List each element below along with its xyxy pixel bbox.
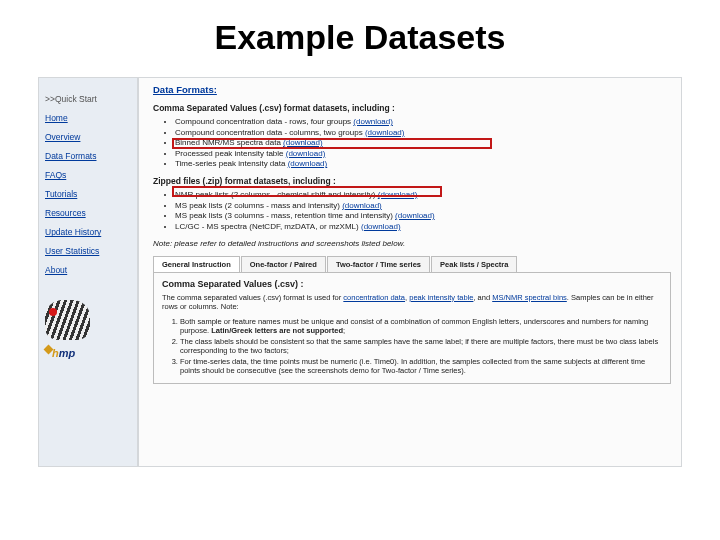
download-link[interactable]: (download)	[353, 117, 393, 126]
list-item: For time-series data, the time points mu…	[180, 357, 662, 375]
download-link[interactable]: (download)	[342, 201, 382, 210]
sidebar-item-tutorials[interactable]: Tutorials	[45, 189, 131, 200]
download-link[interactable]: (download)	[365, 128, 405, 137]
csv-list: Compound concentration data - rows, four…	[175, 117, 671, 168]
sidebar-item-overview[interactable]: Overview	[45, 132, 131, 143]
list-item: Time-series peak intensity data (downloa…	[175, 159, 671, 168]
download-link[interactable]: (download)	[283, 138, 323, 147]
tab-heading: Comma Separated Values (.csv) :	[162, 279, 662, 289]
list-item: Binned NMR/MS spectra data (download)	[175, 138, 671, 147]
list-item: Both sample or feature names must be uni…	[180, 317, 662, 335]
sidebar-item-about[interactable]: About	[45, 265, 131, 276]
zebra-icon	[45, 300, 90, 340]
screenshot-panel: >>Quick Start Home Overview Data Formats…	[0, 77, 720, 467]
sidebar-item-update-history[interactable]: Update History	[45, 227, 131, 238]
list-item: NMR peak lists (2 columns - chemical shi…	[175, 190, 671, 199]
sidebar-item-faqs[interactable]: FAQs	[45, 170, 131, 181]
list-item: Processed peak intensity table (download…	[175, 149, 671, 158]
sidebar: >>Quick Start Home Overview Data Formats…	[38, 77, 138, 467]
content-area: Data Formats: Comma Separated Values (.c…	[138, 77, 682, 467]
csv-intro: Comma Separated Values (.csv) format dat…	[153, 103, 671, 113]
download-link[interactable]: (download)	[286, 149, 326, 158]
list-item: MS peak lists (3 columns - mass, retenti…	[175, 211, 671, 220]
list-item: Compound concentration data - rows, four…	[175, 117, 671, 126]
zip-intro: Zipped files (.zip) format datasets, inc…	[153, 176, 671, 186]
logo-area: hmp	[45, 300, 131, 370]
hmp-logo: hmp	[45, 346, 131, 360]
download-link[interactable]: (download)	[395, 211, 435, 220]
sidebar-item-home[interactable]: Home	[45, 113, 131, 124]
spectral-bins-link[interactable]: MS/NMR spectral bins	[492, 293, 567, 302]
note-text: Note: please refer to detailed instructi…	[153, 239, 671, 248]
concentration-data-link[interactable]: concentration data	[343, 293, 405, 302]
peak-intensity-link[interactable]: peak intensity table	[409, 293, 473, 302]
sidebar-item-user-statistics[interactable]: User Statistics	[45, 246, 131, 257]
download-link[interactable]: (download)	[361, 222, 401, 231]
tab-content: Comma Separated Values (.csv) : The comm…	[153, 272, 671, 384]
tab-one-factor[interactable]: One-factor / Paired	[241, 256, 326, 272]
sidebar-item-resources[interactable]: Resources	[45, 208, 131, 219]
list-item: LC/GC - MS spectra (NetCDF, mzDATA, or m…	[175, 222, 671, 231]
tab-peak-lists[interactable]: Peak lists / Spectra	[431, 256, 517, 272]
data-formats-heading: Data Formats:	[153, 84, 671, 95]
sidebar-quick-start[interactable]: >>Quick Start	[45, 94, 131, 105]
download-link[interactable]: (download)	[288, 159, 328, 168]
list-item: The class labels should be consistent so…	[180, 337, 662, 355]
download-link[interactable]: (download)	[378, 190, 418, 199]
zip-list: NMR peak lists (2 columns - chemical shi…	[175, 190, 671, 231]
sidebar-item-data-formats[interactable]: Data Formats	[45, 151, 131, 162]
tab-paragraph: The comma separated values (.csv) format…	[162, 293, 662, 311]
tab-general-instruction[interactable]: General Instruction	[153, 256, 240, 272]
tab-two-factor[interactable]: Two-factor / Time series	[327, 256, 430, 272]
list-item: Compound concentration data - columns, t…	[175, 128, 671, 137]
instruction-list: Both sample or feature names must be uni…	[180, 317, 662, 375]
tab-bar: General Instruction One-factor / Paired …	[153, 256, 671, 272]
slide-title: Example Datasets	[0, 0, 720, 77]
list-item: MS peak lists (2 columns - mass and inte…	[175, 201, 671, 210]
